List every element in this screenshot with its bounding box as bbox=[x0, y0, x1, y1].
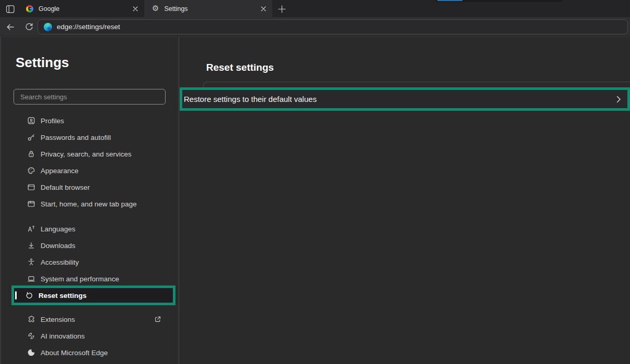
profiles-icon bbox=[27, 116, 35, 125]
sidebar-item-default-browser[interactable]: Default browser bbox=[11, 179, 175, 196]
sidebar-item-label: Languages bbox=[41, 225, 75, 233]
new-tab-button[interactable] bbox=[276, 3, 287, 15]
external-link-icon bbox=[154, 315, 162, 323]
palette-icon bbox=[27, 166, 35, 175]
reload-button[interactable] bbox=[22, 20, 36, 34]
edge-logo-icon bbox=[27, 348, 35, 357]
google-favicon-icon bbox=[26, 5, 33, 12]
puzzle-icon bbox=[27, 315, 35, 323]
section-heading: Reset settings bbox=[206, 62, 274, 73]
laptop-icon bbox=[27, 275, 35, 283]
sidebar-item-label: Downloads bbox=[41, 242, 75, 250]
background-window-accent bbox=[437, 0, 462, 1]
settings-page: Settings Profiles Passwords and autofill bbox=[0, 36, 630, 364]
close-tab-icon[interactable] bbox=[259, 4, 268, 14]
languages-icon bbox=[27, 225, 35, 233]
sidebar-item-label: Privacy, search, and services bbox=[41, 150, 132, 158]
close-tab-icon[interactable] bbox=[131, 4, 140, 14]
sidebar-item-label: Start, home, and new tab page bbox=[41, 200, 137, 208]
sidebar-item-languages[interactable]: Languages bbox=[11, 220, 175, 237]
sidebar-item-system-and-performance[interactable]: System and performance bbox=[11, 270, 175, 287]
browser-window-icon bbox=[27, 183, 35, 191]
sidebar-item-passwords-and-autofill[interactable]: Passwords and autofill bbox=[11, 129, 175, 146]
address-bar[interactable]: edge://settings/reset bbox=[37, 19, 628, 34]
selected-indicator bbox=[15, 291, 17, 300]
sidebar-item-label: AI innovations bbox=[41, 332, 85, 340]
sidebar-item-reset-settings[interactable]: Reset settings bbox=[14, 288, 173, 303]
tab-actions-button[interactable] bbox=[4, 3, 17, 15]
browser-toolbar: edge://settings/reset bbox=[0, 17, 630, 36]
sidebar-item-label: Profiles bbox=[41, 117, 64, 125]
back-arrow-icon bbox=[6, 22, 15, 32]
sidebar-item-label: About Microsoft Edge bbox=[41, 349, 108, 357]
back-button[interactable] bbox=[4, 20, 17, 34]
sidebar-nav: Profiles Passwords and autofill Privacy,… bbox=[0, 112, 179, 361]
tab-strip: Google ⚙ Settings bbox=[0, 0, 630, 17]
url-text: edge://settings/reset bbox=[57, 23, 120, 31]
sidebar-item-label: Extensions bbox=[41, 316, 75, 323]
reset-settings-pane: Reset settings Restore settings to their… bbox=[179, 37, 630, 364]
edge-favicon-icon bbox=[44, 23, 52, 31]
sidebar-item-accessibility[interactable]: Accessibility bbox=[11, 254, 175, 270]
sidebar-item-label: Accessibility bbox=[41, 258, 79, 266]
sidebar-item-label: Passwords and autofill bbox=[41, 134, 111, 141]
restore-settings-row[interactable]: Restore settings to their default values bbox=[180, 87, 630, 111]
sidebar-item-label: Reset settings bbox=[39, 292, 86, 300]
window-tab-icon bbox=[27, 200, 35, 208]
ai-petals-icon bbox=[27, 332, 35, 340]
chevron-right-icon bbox=[616, 95, 621, 103]
search-settings-input[interactable] bbox=[14, 89, 166, 105]
download-arrow-icon bbox=[27, 241, 35, 250]
sidebar-item-downloads[interactable]: Downloads bbox=[11, 237, 175, 254]
gear-favicon-icon: ⚙ bbox=[152, 5, 159, 12]
tab-actions-icon bbox=[6, 5, 15, 14]
tab-title: Settings bbox=[164, 5, 259, 12]
sidebar-item-label: Appearance bbox=[41, 167, 79, 175]
reload-icon bbox=[24, 22, 34, 32]
tab-google[interactable]: Google bbox=[18, 0, 144, 17]
reset-arrow-icon bbox=[25, 291, 33, 300]
lock-icon bbox=[27, 150, 35, 158]
sidebar-item-label: Default browser bbox=[41, 184, 90, 191]
plus-icon bbox=[278, 5, 286, 13]
key-icon bbox=[27, 133, 35, 141]
annotation-box-sidebar bbox=[11, 285, 175, 305]
tab-settings[interactable]: ⚙ Settings bbox=[144, 0, 272, 17]
sidebar-item-start-home-new-tab[interactable]: Start, home, and new tab page bbox=[11, 196, 175, 212]
sidebar-item-appearance[interactable]: Appearance bbox=[11, 162, 175, 179]
sidebar-item-profiles[interactable]: Profiles bbox=[11, 112, 175, 129]
restore-settings-label: Restore settings to their default values bbox=[184, 95, 317, 103]
sidebar-item-label: System and performance bbox=[41, 275, 119, 283]
sidebar-item-about-microsoft-edge[interactable]: About Microsoft Edge bbox=[11, 344, 175, 361]
sidebar-item-extensions[interactable]: Extensions bbox=[11, 311, 175, 328]
sidebar-item-privacy-search-services[interactable]: Privacy, search, and services bbox=[11, 146, 175, 162]
page-title: Settings bbox=[16, 55, 69, 71]
settings-sidebar: Settings Profiles Passwords and autofill bbox=[0, 37, 179, 364]
tab-title: Google bbox=[39, 5, 131, 12]
sidebar-item-ai-innovations[interactable]: AI innovations bbox=[11, 328, 175, 344]
accessibility-figure-icon bbox=[27, 258, 35, 266]
